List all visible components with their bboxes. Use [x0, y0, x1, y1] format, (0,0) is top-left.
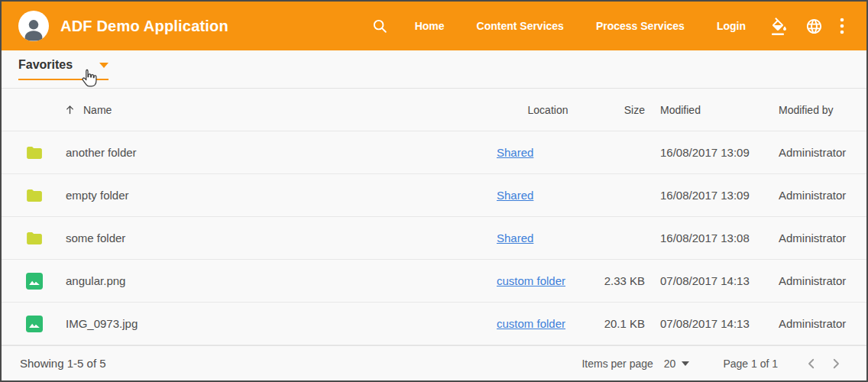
image-icon — [20, 316, 57, 332]
search-icon[interactable] — [371, 18, 388, 34]
nav-home[interactable]: Home — [399, 12, 461, 40]
column-header-size[interactable]: Size — [599, 104, 645, 116]
row-modified: 16/08/2017 13:09 — [660, 146, 779, 159]
table-row[interactable]: empty folder Shared 16/08/2017 13:09 Adm… — [2, 174, 866, 217]
row-modified-by: Administrator — [779, 146, 866, 159]
table-body: another folder Shared 16/08/2017 13:09 A… — [2, 131, 866, 345]
row-modified-by: Administrator — [779, 317, 866, 330]
showing-range-label: Showing 1-5 of 5 — [20, 357, 106, 370]
image-icon — [20, 273, 57, 290]
document-list: Name Location Size Modified Modified by … — [2, 89, 866, 345]
column-header-name[interactable]: Name — [57, 104, 497, 116]
toolbar: Favorites — [2, 50, 866, 89]
column-header-modified[interactable]: Modified — [660, 104, 779, 116]
column-header-modified-by[interactable]: Modified by — [779, 104, 866, 116]
row-name[interactable]: another folder — [57, 146, 497, 159]
nav-login[interactable]: Login — [701, 12, 762, 40]
previous-page-button[interactable] — [799, 351, 824, 376]
column-header-name-label: Name — [83, 104, 112, 116]
row-size: 20.1 KB — [599, 317, 645, 330]
nav-process-services[interactable]: Process Services — [580, 12, 701, 40]
row-name[interactable]: angular.png — [57, 274, 497, 287]
select-caret-icon — [682, 361, 689, 366]
row-name[interactable]: IMG_0973.jpg — [57, 317, 497, 330]
color-fill-icon[interactable] — [762, 10, 797, 42]
table-row[interactable]: another folder Shared 16/08/2017 13:09 A… — [2, 131, 866, 174]
dropdown-caret-icon — [99, 63, 108, 68]
language-icon[interactable] — [797, 11, 831, 41]
row-modified: 16/08/2017 13:09 — [660, 189, 779, 202]
row-modified-by: Administrator — [779, 231, 866, 244]
app-window: ADF Demo Application Home Content Servic… — [0, 0, 868, 382]
items-per-page-value: 20 — [664, 358, 676, 370]
pagination-bar: Showing 1-5 of 5 Items per page 20 Page … — [2, 345, 866, 380]
row-location-link[interactable]: Shared — [497, 146, 533, 159]
row-modified: 07/08/2017 14:13 — [660, 274, 779, 287]
row-size: 2.33 KB — [599, 274, 645, 287]
items-per-page-label: Items per page — [581, 358, 653, 370]
row-location-link[interactable]: Shared — [497, 189, 533, 202]
row-modified-by: Administrator — [779, 274, 866, 287]
favorites-dropdown-label: Favorites — [18, 58, 73, 72]
page-indicator-label: Page 1 of 1 — [723, 358, 778, 370]
app-title: ADF Demo Application — [60, 18, 228, 35]
row-name[interactable]: some folder — [57, 231, 497, 244]
table-row[interactable]: angular.png custom folder 2.33 KB 07/08/… — [2, 260, 866, 303]
table-row[interactable]: IMG_0973.jpg custom folder 20.1 KB 07/08… — [2, 303, 866, 345]
folder-icon — [20, 189, 57, 202]
table-header-row: Name Location Size Modified Modified by — [2, 89, 866, 131]
column-header-location[interactable]: Location — [497, 104, 599, 116]
user-icon — [21, 17, 47, 41]
sort-ascending-icon[interactable] — [64, 104, 76, 115]
row-name[interactable]: empty folder — [57, 189, 497, 202]
app-header: ADF Demo Application Home Content Servic… — [2, 2, 866, 50]
row-modified: 07/08/2017 14:13 — [660, 317, 779, 330]
more-options-icon[interactable] — [831, 11, 853, 41]
next-page-button[interactable] — [824, 351, 848, 376]
table-row[interactable]: some folder Shared 16/08/2017 13:08 Admi… — [2, 217, 866, 260]
row-location-link[interactable]: Shared — [497, 231, 533, 244]
folder-icon — [20, 231, 57, 245]
nav-content-services[interactable]: Content Services — [461, 12, 580, 40]
row-modified-by: Administrator — [779, 189, 866, 202]
row-modified: 16/08/2017 13:08 — [660, 231, 779, 244]
avatar[interactable] — [18, 11, 49, 41]
row-location-link[interactable]: custom folder — [497, 274, 565, 287]
row-location-link[interactable]: custom folder — [497, 317, 565, 330]
folder-icon — [20, 146, 57, 160]
items-per-page-select[interactable]: 20 — [664, 358, 690, 370]
favorites-dropdown[interactable]: Favorites — [18, 58, 108, 80]
